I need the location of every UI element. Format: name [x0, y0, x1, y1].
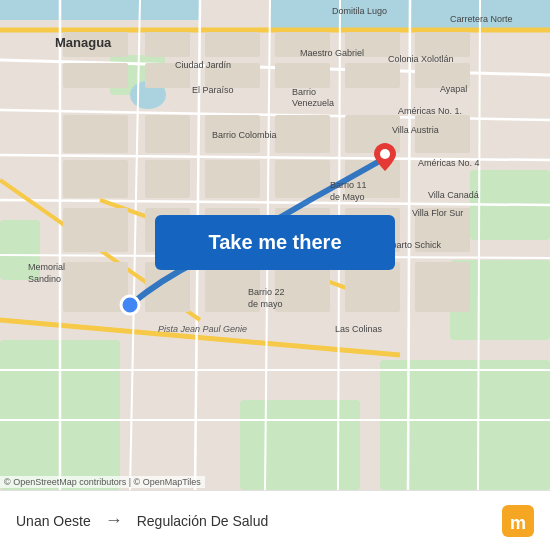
svg-rect-48 — [145, 160, 190, 198]
svg-rect-41 — [63, 115, 128, 153]
svg-text:Domitila Lugo: Domitila Lugo — [332, 6, 387, 16]
svg-rect-44 — [275, 115, 330, 153]
svg-text:Sandino: Sandino — [28, 274, 61, 284]
svg-text:Carretera Norte: Carretera Norte — [450, 14, 513, 24]
svg-text:Américas No. 4: Américas No. 4 — [418, 158, 480, 168]
svg-rect-63 — [415, 262, 470, 312]
svg-rect-10 — [0, 0, 200, 20]
svg-text:Maestro Gabriel: Maestro Gabriel — [300, 48, 364, 58]
svg-rect-38 — [345, 63, 400, 88]
svg-rect-52 — [63, 208, 128, 252]
svg-text:Ayapal: Ayapal — [440, 84, 467, 94]
svg-text:de Mayo: de Mayo — [330, 192, 365, 202]
svg-text:Villa Canadá: Villa Canadá — [428, 190, 479, 200]
svg-text:Américas No. 1.: Américas No. 1. — [398, 106, 462, 116]
take-me-there-button[interactable]: Take me there — [155, 215, 395, 270]
svg-rect-30 — [63, 63, 128, 88]
svg-text:Venezuela: Venezuela — [292, 98, 334, 108]
svg-text:Barrio: Barrio — [292, 87, 316, 97]
svg-point-90 — [121, 296, 139, 314]
svg-rect-36 — [275, 63, 330, 88]
svg-text:Barrio 22: Barrio 22 — [248, 287, 285, 297]
svg-rect-6 — [380, 360, 550, 490]
svg-text:Managua: Managua — [55, 35, 112, 50]
map-container: Managua Ciudad Jardín El Paraíso Barrio … — [0, 0, 550, 490]
svg-rect-33 — [205, 32, 260, 57]
svg-text:Memorial: Memorial — [28, 262, 65, 272]
svg-rect-49 — [205, 160, 260, 198]
route-to-label: Regulación De Salud — [137, 513, 269, 529]
svg-text:Pista Jean Paul Genie: Pista Jean Paul Genie — [158, 324, 247, 334]
route-from-label: Unan Oeste — [16, 513, 91, 529]
svg-text:de mayo: de mayo — [248, 299, 283, 309]
svg-rect-7 — [240, 400, 360, 490]
svg-text:Barrio 11: Barrio 11 — [330, 180, 367, 190]
svg-point-89 — [380, 149, 390, 159]
bottom-bar: Unan Oeste → Regulación De Salud m — [0, 490, 550, 550]
svg-text:Villa Austria: Villa Austria — [392, 125, 439, 135]
svg-text:Barrio Colombia: Barrio Colombia — [212, 130, 277, 140]
svg-text:Las Colinas: Las Colinas — [335, 324, 383, 334]
map-attribution: © OpenStreetMap contributors | © OpenMap… — [0, 476, 205, 488]
svg-text:Ciudad Jardín: Ciudad Jardín — [175, 60, 231, 70]
svg-rect-47 — [63, 160, 128, 198]
svg-text:Villa Flor Sur: Villa Flor Sur — [412, 208, 463, 218]
svg-text:El Paraíso: El Paraíso — [192, 85, 234, 95]
svg-rect-58 — [63, 262, 128, 312]
svg-rect-31 — [145, 32, 190, 57]
svg-rect-42 — [145, 115, 190, 153]
svg-text:m: m — [510, 513, 526, 533]
svg-text:Colonia Xolotlán: Colonia Xolotlán — [388, 54, 454, 64]
moovit-icon: m — [502, 505, 534, 537]
route-arrow-icon: → — [105, 510, 123, 531]
moovit-logo: m — [502, 505, 534, 537]
